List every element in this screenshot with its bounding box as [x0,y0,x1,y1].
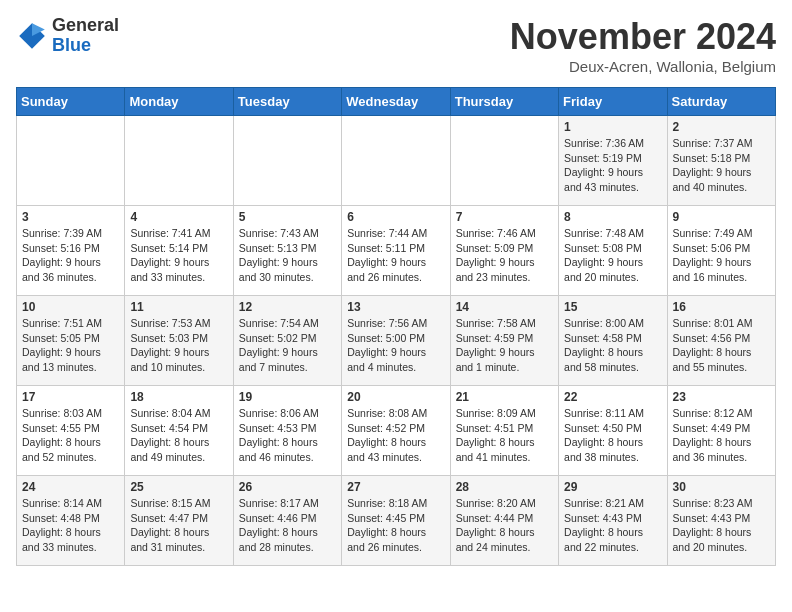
day-number: 19 [239,390,336,404]
calendar-cell: 29Sunrise: 8:21 AM Sunset: 4:43 PM Dayli… [559,476,667,566]
day-info: Sunrise: 8:18 AM Sunset: 4:45 PM Dayligh… [347,496,444,555]
day-info: Sunrise: 8:11 AM Sunset: 4:50 PM Dayligh… [564,406,661,465]
calendar-cell: 26Sunrise: 8:17 AM Sunset: 4:46 PM Dayli… [233,476,341,566]
day-number: 13 [347,300,444,314]
calendar-cell: 18Sunrise: 8:04 AM Sunset: 4:54 PM Dayli… [125,386,233,476]
day-info: Sunrise: 8:06 AM Sunset: 4:53 PM Dayligh… [239,406,336,465]
calendar-cell: 4Sunrise: 7:41 AM Sunset: 5:14 PM Daylig… [125,206,233,296]
weekday-header-wednesday: Wednesday [342,88,450,116]
calendar-cell: 12Sunrise: 7:54 AM Sunset: 5:02 PM Dayli… [233,296,341,386]
day-number: 17 [22,390,119,404]
day-info: Sunrise: 7:41 AM Sunset: 5:14 PM Dayligh… [130,226,227,285]
day-info: Sunrise: 8:03 AM Sunset: 4:55 PM Dayligh… [22,406,119,465]
calendar-week-4: 17Sunrise: 8:03 AM Sunset: 4:55 PM Dayli… [17,386,776,476]
logo-text: General Blue [52,16,119,56]
calendar-cell: 15Sunrise: 8:00 AM Sunset: 4:58 PM Dayli… [559,296,667,386]
calendar-cell: 10Sunrise: 7:51 AM Sunset: 5:05 PM Dayli… [17,296,125,386]
day-number: 8 [564,210,661,224]
day-number: 23 [673,390,770,404]
calendar-cell: 2Sunrise: 7:37 AM Sunset: 5:18 PM Daylig… [667,116,775,206]
weekday-header-saturday: Saturday [667,88,775,116]
day-number: 3 [22,210,119,224]
day-info: Sunrise: 7:49 AM Sunset: 5:06 PM Dayligh… [673,226,770,285]
calendar-week-2: 3Sunrise: 7:39 AM Sunset: 5:16 PM Daylig… [17,206,776,296]
calendar-cell [450,116,558,206]
weekday-header-tuesday: Tuesday [233,88,341,116]
day-info: Sunrise: 8:01 AM Sunset: 4:56 PM Dayligh… [673,316,770,375]
day-number: 2 [673,120,770,134]
calendar-week-3: 10Sunrise: 7:51 AM Sunset: 5:05 PM Dayli… [17,296,776,386]
day-info: Sunrise: 8:17 AM Sunset: 4:46 PM Dayligh… [239,496,336,555]
calendar-cell: 24Sunrise: 8:14 AM Sunset: 4:48 PM Dayli… [17,476,125,566]
day-number: 27 [347,480,444,494]
calendar-cell: 6Sunrise: 7:44 AM Sunset: 5:11 PM Daylig… [342,206,450,296]
logo-icon [16,20,48,52]
day-number: 12 [239,300,336,314]
calendar-cell: 27Sunrise: 8:18 AM Sunset: 4:45 PM Dayli… [342,476,450,566]
calendar-week-1: 1Sunrise: 7:36 AM Sunset: 5:19 PM Daylig… [17,116,776,206]
day-number: 6 [347,210,444,224]
calendar-cell [17,116,125,206]
day-info: Sunrise: 7:44 AM Sunset: 5:11 PM Dayligh… [347,226,444,285]
day-info: Sunrise: 8:09 AM Sunset: 4:51 PM Dayligh… [456,406,553,465]
day-number: 9 [673,210,770,224]
calendar-cell [125,116,233,206]
day-number: 18 [130,390,227,404]
logo-general-text: General [52,16,119,36]
day-number: 24 [22,480,119,494]
logo-blue-text: Blue [52,36,119,56]
day-number: 21 [456,390,553,404]
day-info: Sunrise: 8:12 AM Sunset: 4:49 PM Dayligh… [673,406,770,465]
day-number: 30 [673,480,770,494]
calendar-cell: 25Sunrise: 8:15 AM Sunset: 4:47 PM Dayli… [125,476,233,566]
day-number: 5 [239,210,336,224]
calendar-cell: 30Sunrise: 8:23 AM Sunset: 4:43 PM Dayli… [667,476,775,566]
calendar-cell [342,116,450,206]
day-info: Sunrise: 7:37 AM Sunset: 5:18 PM Dayligh… [673,136,770,195]
weekday-header-sunday: Sunday [17,88,125,116]
day-number: 4 [130,210,227,224]
calendar-cell: 23Sunrise: 8:12 AM Sunset: 4:49 PM Dayli… [667,386,775,476]
calendar-cell: 9Sunrise: 7:49 AM Sunset: 5:06 PM Daylig… [667,206,775,296]
calendar-cell: 13Sunrise: 7:56 AM Sunset: 5:00 PM Dayli… [342,296,450,386]
month-title: November 2024 [510,16,776,58]
day-number: 26 [239,480,336,494]
calendar-week-5: 24Sunrise: 8:14 AM Sunset: 4:48 PM Dayli… [17,476,776,566]
day-info: Sunrise: 8:20 AM Sunset: 4:44 PM Dayligh… [456,496,553,555]
logo: General Blue [16,16,119,56]
calendar-cell: 11Sunrise: 7:53 AM Sunset: 5:03 PM Dayli… [125,296,233,386]
day-info: Sunrise: 8:08 AM Sunset: 4:52 PM Dayligh… [347,406,444,465]
day-info: Sunrise: 7:48 AM Sunset: 5:08 PM Dayligh… [564,226,661,285]
day-number: 1 [564,120,661,134]
day-info: Sunrise: 8:21 AM Sunset: 4:43 PM Dayligh… [564,496,661,555]
title-area: November 2024 Deux-Acren, Wallonia, Belg… [510,16,776,75]
calendar-table: SundayMondayTuesdayWednesdayThursdayFrid… [16,87,776,566]
day-info: Sunrise: 7:56 AM Sunset: 5:00 PM Dayligh… [347,316,444,375]
day-number: 7 [456,210,553,224]
calendar-cell: 21Sunrise: 8:09 AM Sunset: 4:51 PM Dayli… [450,386,558,476]
day-number: 25 [130,480,227,494]
weekday-header-thursday: Thursday [450,88,558,116]
day-info: Sunrise: 7:58 AM Sunset: 4:59 PM Dayligh… [456,316,553,375]
day-number: 10 [22,300,119,314]
day-info: Sunrise: 8:14 AM Sunset: 4:48 PM Dayligh… [22,496,119,555]
day-info: Sunrise: 7:39 AM Sunset: 5:16 PM Dayligh… [22,226,119,285]
day-info: Sunrise: 8:15 AM Sunset: 4:47 PM Dayligh… [130,496,227,555]
calendar-cell [233,116,341,206]
day-info: Sunrise: 7:36 AM Sunset: 5:19 PM Dayligh… [564,136,661,195]
calendar-cell: 1Sunrise: 7:36 AM Sunset: 5:19 PM Daylig… [559,116,667,206]
day-number: 29 [564,480,661,494]
day-info: Sunrise: 8:23 AM Sunset: 4:43 PM Dayligh… [673,496,770,555]
calendar-cell: 3Sunrise: 7:39 AM Sunset: 5:16 PM Daylig… [17,206,125,296]
day-info: Sunrise: 7:46 AM Sunset: 5:09 PM Dayligh… [456,226,553,285]
calendar-cell: 22Sunrise: 8:11 AM Sunset: 4:50 PM Dayli… [559,386,667,476]
weekday-header-monday: Monday [125,88,233,116]
calendar-cell: 19Sunrise: 8:06 AM Sunset: 4:53 PM Dayli… [233,386,341,476]
day-info: Sunrise: 8:00 AM Sunset: 4:58 PM Dayligh… [564,316,661,375]
calendar-cell: 17Sunrise: 8:03 AM Sunset: 4:55 PM Dayli… [17,386,125,476]
page-header: General Blue November 2024 Deux-Acren, W… [16,16,776,75]
day-number: 20 [347,390,444,404]
day-number: 14 [456,300,553,314]
day-number: 15 [564,300,661,314]
location-subtitle: Deux-Acren, Wallonia, Belgium [510,58,776,75]
